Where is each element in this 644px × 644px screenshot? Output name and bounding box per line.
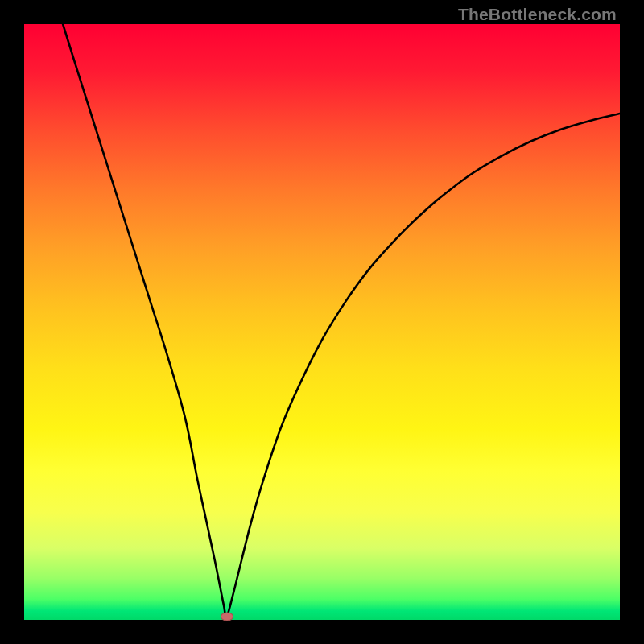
watermark-text: TheBottleneck.com bbox=[458, 5, 617, 24]
bottleneck-curve bbox=[63, 24, 620, 617]
plot-area bbox=[24, 24, 620, 620]
curve-svg bbox=[24, 24, 620, 620]
chart-frame: TheBottleneck.com bbox=[0, 0, 644, 644]
optimum-marker bbox=[221, 612, 233, 621]
